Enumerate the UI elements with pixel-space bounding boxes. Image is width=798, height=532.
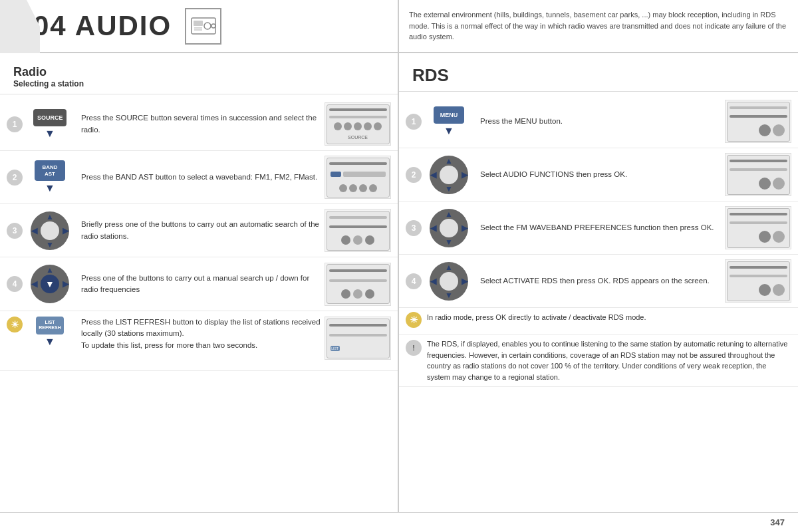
rds-note-sun: ☀ In radio mode, press OK directly to ac… [399, 308, 798, 334]
nav-arrow-right: ▶ [462, 170, 467, 180]
radio-step-3: 3 ▲ ▼ ◀ ▶ Briefly press one of the butto… [0, 204, 398, 257]
radio-btn [369, 184, 377, 192]
down-arrow-icon: ▼ [444, 125, 454, 137]
rds-step-4-icon: ▲ ▼ ◀ ▶ [426, 262, 472, 301]
display-circle [353, 289, 362, 299]
step-note-image: LIST [325, 317, 391, 360]
display-row [329, 235, 387, 245]
sun-note-icon: ☀ [406, 312, 422, 328]
rds-note-exclamation: ! The RDS, if displayed, enables you to … [399, 334, 798, 387]
right-panel-rds: RDS 1 MENU ▼ Press the MENU button. [399, 53, 798, 512]
display-line [343, 172, 386, 177]
nav-arrow-up: ▲ [46, 212, 54, 221]
rds-step-number-2: 2 [406, 167, 422, 183]
radio-display-3 [327, 211, 390, 251]
radio-title: Radio [13, 65, 384, 79]
step-3-text: Briefly press one of the buttons to carr… [77, 219, 325, 242]
rds-display-3 [727, 208, 790, 248]
nav-arrow-down: ▼ [445, 184, 453, 194]
page-header: 04 AUDIO The external environment (hills… [0, 0, 798, 53]
down-arrow-icon: ▼ [45, 182, 55, 194]
page-footer: 347 [0, 512, 798, 532]
nav-arrow-up: ▲ [46, 265, 54, 275]
list-button-icon-area: LISTREFRESH ▼ [27, 317, 73, 348]
radio-section-heading: Radio Selecting a station [0, 60, 398, 94]
rds-section-heading: RDS [399, 60, 798, 92]
nav-wheel-rds-3: ▲ ▼ ◀ ▶ [430, 209, 468, 247]
display-line [329, 324, 387, 327]
nav-arrow-up: ▲ [445, 209, 453, 219]
radio-display-note: LIST [327, 319, 390, 358]
display-line [329, 216, 387, 219]
sun-icon-badge: ☀ [7, 317, 23, 332]
radio-btn [354, 122, 362, 130]
display-line [730, 266, 787, 269]
rds-title: RDS [412, 65, 785, 86]
step-4-icon-area: ▼ ▲ ◀ ▶ [27, 261, 73, 307]
display-circle [353, 235, 362, 245]
radio-step-4: 4 ▼ ▲ ◀ ▶ Press one of the buttons to ca… [0, 257, 398, 311]
display-row: LIST [329, 344, 387, 352]
nav-arrow-left: ◀ [31, 279, 37, 289]
nav-arrow-up: ▲ [445, 156, 453, 166]
step-number-3: 3 [7, 223, 23, 239]
header-title-group: 04 AUDIO [33, 8, 221, 45]
display-row [329, 170, 387, 178]
step-1-text: Press the SOURCE button several times in… [77, 112, 325, 136]
main-content: Radio Selecting a station 1 SOURCE ▼ Pre… [0, 53, 798, 512]
display-line [730, 221, 787, 224]
radio-step-2: 2 BANDAST ▼ Press the BAND AST button to… [0, 151, 398, 204]
audio-icon-svg [190, 13, 217, 39]
radio-btn [374, 122, 382, 130]
nav-wheel-center-blue: ▼ [41, 275, 59, 293]
header-chapter-area: 04 AUDIO [0, 0, 399, 52]
radio-btn [364, 122, 372, 130]
rds-step-number-3: 3 [406, 220, 422, 236]
display-row [730, 284, 787, 296]
menu-button: MENU [434, 106, 464, 124]
display-line [329, 279, 387, 282]
nav-wheel-inner [41, 221, 59, 240]
display-line [329, 108, 387, 111]
nav-arrow-down: ▼ [445, 237, 453, 247]
radio-display-2 [327, 158, 390, 198]
display-row [730, 124, 787, 136]
rds-step-1-text: Press the MENU button. [476, 116, 725, 127]
display-label: SOURCE [329, 135, 387, 140]
display-line [730, 275, 787, 277]
step-number-1: 1 [7, 116, 23, 132]
step-2-icon-area: BANDAST ▼ [27, 160, 73, 194]
nav-arrow-right: ▶ [63, 279, 68, 289]
svg-rect-1 [194, 21, 203, 26]
list-refresh-text: Press the LIST REFRESH button to display… [77, 317, 325, 351]
radio-note-list-refresh: ☀ LISTREFRESH ▼ Press the LIST REFRESH b… [0, 311, 398, 371]
nav-arrow-left: ◀ [31, 226, 37, 235]
display-line [329, 116, 387, 118]
nav-wheel-inner [440, 219, 458, 237]
chapter-icon [185, 8, 221, 45]
rds-step-2: 2 ▲ ▼ ◀ ▶ Select AUDIO FUNCTIONS then pr… [399, 148, 798, 201]
display-circle [773, 178, 785, 190]
radio-display-1: SOURCE [327, 104, 390, 144]
header-description: The external environment (hills, buildin… [399, 0, 798, 52]
display-line [730, 160, 787, 162]
display-circle [341, 235, 350, 245]
down-arrow-icon: ▼ [45, 336, 55, 348]
display-row [730, 178, 787, 190]
display-line [329, 334, 387, 336]
rds-step-4-text: Select ACTIVATE RDS then press OK. RDS a… [476, 275, 725, 287]
radio-display-4 [327, 264, 390, 304]
nav-wheel-rds-2: ▲ ▼ ◀ ▶ [430, 156, 468, 194]
step-4-image [325, 263, 391, 306]
step-1-image: SOURCE [325, 102, 391, 146]
source-button: SOURCE [33, 109, 66, 126]
display-circle [759, 178, 771, 190]
radio-subtitle: Selecting a station [13, 79, 384, 88]
nav-arrow-up: ▲ [445, 263, 453, 272]
rds-step-3-text: Select the FM WAVEBAND PREFERENCES funct… [476, 222, 725, 233]
rds-display-4 [727, 261, 790, 301]
step-number-2: 2 [7, 170, 23, 186]
rds-step-3-image [725, 206, 791, 249]
rds-step-3: 3 ▲ ▼ ◀ ▶ Select the FM WAVEBAND PREFERE… [399, 201, 798, 255]
step-1-icon-area: SOURCE ▼ [27, 109, 73, 140]
